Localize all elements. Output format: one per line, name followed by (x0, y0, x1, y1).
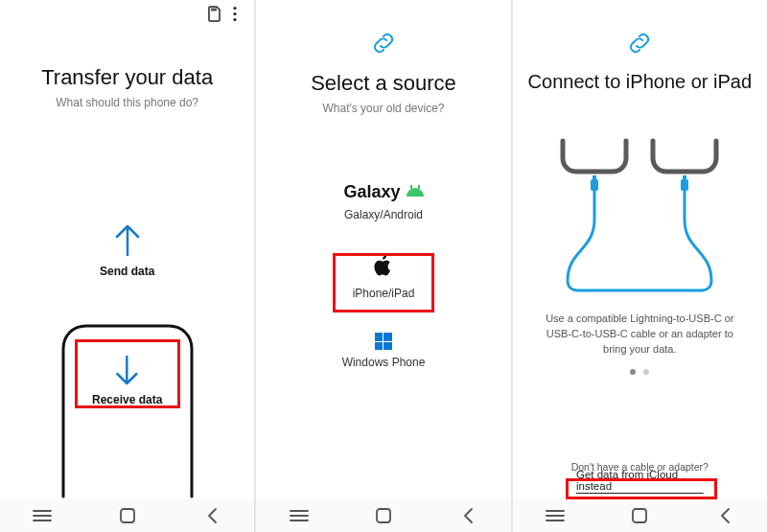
nav-back[interactable] (449, 504, 487, 527)
arrow-up-icon (111, 220, 144, 259)
apple-icon (374, 254, 393, 281)
svg-point-0 (234, 7, 237, 10)
link-icon (513, 33, 767, 54)
page-title: Select a source (256, 71, 510, 96)
nav-recents[interactable] (280, 504, 318, 527)
svg-rect-4 (377, 509, 390, 522)
dot (643, 369, 649, 375)
nav-back[interactable] (706, 504, 744, 527)
dot-active (630, 369, 636, 375)
receive-data-button[interactable]: Receive data (92, 355, 162, 406)
send-data-label: Send data (100, 265, 154, 278)
receive-data-label: Receive data (92, 393, 162, 406)
source-iphone-ipad[interactable]: iPhone/iPad (353, 254, 415, 300)
source-label: iPhone/iPad (353, 287, 415, 300)
svg-rect-8 (683, 175, 686, 181)
link-icon (256, 33, 510, 54)
galaxy-logo: Galaxy (343, 182, 423, 202)
nav-bar (0, 499, 254, 532)
nav-bar (513, 499, 767, 532)
nav-back[interactable] (193, 504, 231, 527)
source-label: Windows Phone (342, 356, 426, 369)
screen-connect-iphone: Connect to iPhone or iPad Use a compatib… (513, 0, 767, 532)
nav-bar (256, 499, 510, 532)
screen-select-source: Select a source What's your old device? … (256, 0, 510, 532)
source-galaxy-android[interactable]: Galaxy Galaxy/Android (343, 182, 423, 221)
page-title: Connect to iPhone or iPad (513, 71, 767, 93)
source-windows-phone[interactable]: Windows Phone (342, 333, 426, 369)
nav-recents[interactable] (536, 504, 574, 527)
windows-icon (375, 333, 392, 350)
svg-point-2 (234, 18, 237, 21)
arrow-down-icon (113, 355, 142, 387)
nav-home[interactable] (364, 504, 403, 527)
phone-outline-graphic (36, 316, 219, 498)
page-subtitle: What should this phone do? (0, 96, 254, 109)
page-indicator (513, 369, 767, 375)
svg-point-1 (234, 12, 237, 15)
page-subtitle: What's your old device? (256, 102, 510, 115)
svg-rect-6 (593, 175, 596, 181)
status-icons (207, 6, 237, 26)
screen-transfer-your-data: Transfer your data What should this phon… (0, 0, 254, 532)
nav-home[interactable] (108, 504, 147, 527)
svg-rect-9 (633, 509, 646, 522)
nav-home[interactable] (620, 504, 659, 527)
sd-card-icon[interactable] (207, 6, 221, 26)
more-icon[interactable] (233, 6, 237, 26)
android-icon (407, 188, 424, 197)
svg-rect-3 (121, 509, 134, 522)
connect-description: Use a compatible Lightning-to-USB-C or U… (539, 312, 740, 358)
get-data-from-icloud-link[interactable]: Get data from iCloud instead (576, 469, 704, 494)
source-label: Galaxy/Android (344, 208, 423, 221)
send-data-button[interactable]: Send data (100, 220, 154, 278)
nav-recents[interactable] (23, 504, 61, 527)
cable-illustration (513, 131, 767, 294)
page-title: Transfer your data (0, 65, 254, 90)
